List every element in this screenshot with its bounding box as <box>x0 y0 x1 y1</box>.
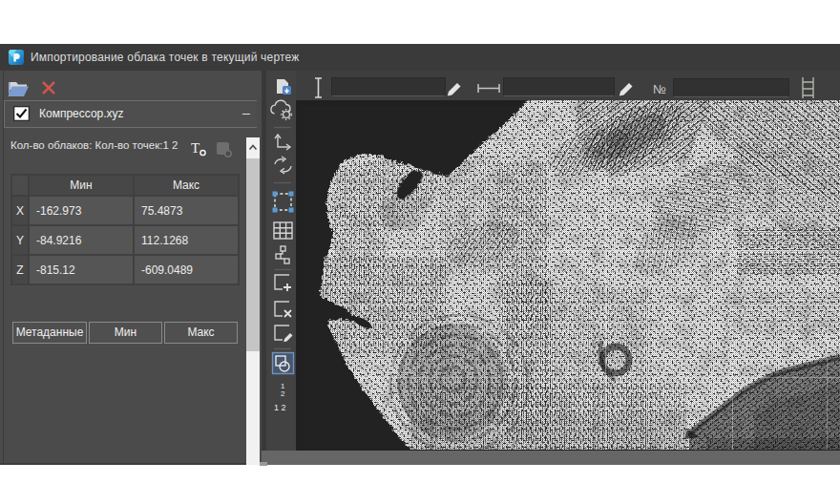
svg-text:1 2: 1 2 <box>274 403 286 412</box>
svg-text:2: 2 <box>281 389 285 398</box>
svg-text:№: № <box>653 82 666 96</box>
svg-text:T: T <box>191 140 200 156</box>
